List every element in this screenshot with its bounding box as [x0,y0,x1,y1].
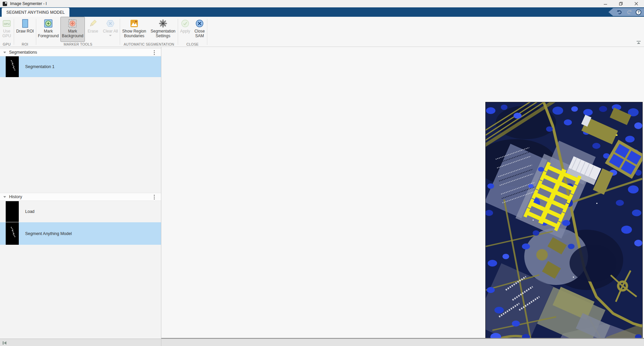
history-title: History [9,194,22,199]
skip-to-start-icon [2,341,7,345]
ribbon-toolstrip: GPU Use GPU GPU Draw ROI ROI [0,17,644,47]
ribbon-tab-band: SEGMENT ANYTHING MODEL ? [0,7,644,17]
gear-icon [159,19,167,28]
close-sam-button[interactable]: Close SAM [192,17,207,42]
redo-button[interactable] [626,9,633,15]
gpu-icon: GPU [2,19,11,28]
collapse-ribbon-icon [636,41,641,44]
group-label-marker-tools: MARKER TOOLS [36,42,120,46]
window-title: Image Segmenter - I [10,1,47,6]
mark-background-icon [68,19,77,28]
close-button[interactable] [629,0,644,7]
ribbon-group-gpu: GPU Use GPU GPU [0,17,13,47]
show-region-boundaries-button[interactable]: Show Region Boundaries [120,17,148,42]
clear-all-dropdown-caret[interactable] [109,35,112,36]
mark-background-button[interactable]: Mark Background [60,17,85,42]
minimize-button[interactable] [598,0,613,7]
load-thumbnail [6,201,19,222]
mark-foreground-button[interactable]: Mark Foreground [36,17,60,42]
clear-all-button[interactable]: Clear All [101,17,120,42]
history-item-load[interactable]: Load [0,201,161,222]
history-item-segment-anything-model[interactable]: Segment Anything Model [0,222,161,245]
roi-rectangle-icon [21,19,30,28]
apply-button[interactable]: Apply [178,17,192,42]
app-icon [3,2,7,6]
undo-icon [616,9,623,15]
aerial-image[interactable] [485,102,643,346]
collapse-panel-button[interactable] [2,340,7,346]
image-display-area [161,47,644,338]
image-segmenter-window: Image Segmenter - I SEGMENT ANYTHING MOD… [0,0,644,346]
segment-anything-model-thumbnail [6,222,19,245]
use-gpu-button[interactable]: GPU Use GPU [0,17,13,42]
clear-all-icon [106,19,115,28]
collapse-caret-icon[interactable] [3,196,6,198]
mark-foreground-icon [44,19,53,28]
segmentation-1-item[interactable]: Segmentation 1 [0,56,161,77]
ribbon-group-roi: Draw ROI ROI [14,17,36,47]
collapse-caret-icon[interactable] [3,52,6,53]
close-icon [634,2,638,6]
segmentation-1-label: Segmentation 1 [25,64,55,69]
erase-pencil-icon [89,19,97,28]
history-load-label: Load [25,209,35,214]
group-label-roi: ROI [14,42,36,46]
title-bar: Image Segmenter - I [0,0,644,7]
help-button[interactable]: ? [636,9,641,15]
segmentations-section-header[interactable]: Segmentations [0,48,161,56]
group-label-gpu: GPU [0,42,13,46]
ribbon-group-close: Apply Close SAM CLOSE [178,17,207,47]
collapse-ribbon-button[interactable] [636,40,641,46]
draw-roi-button[interactable]: Draw ROI [14,17,36,42]
close-sam-icon [195,19,204,28]
minimize-icon [603,2,607,6]
history-menu-icon[interactable] [154,194,155,201]
bottom-status-bar [0,339,644,346]
restore-icon [619,2,623,6]
redo-icon [626,9,632,15]
ribbon-group-automatic-segmentation: Show Region Boundaries [120,17,178,47]
history-sam-label: Segment Anything Model [25,231,72,236]
erase-button[interactable]: Erase [85,17,101,42]
group-separator [207,19,207,45]
segmentation-settings-button[interactable]: Segmentation Settings [148,17,178,42]
segmentation-1-thumbnail [6,56,19,77]
quick-access-toolbar: ? [608,8,644,16]
svg-text:GPU: GPU [4,22,10,25]
undo-button[interactable] [616,9,623,15]
bottom-bar-divider [161,339,161,346]
ribbon-group-marker-tools: Mark Foreground Mark Background [36,17,120,47]
apply-check-icon [181,19,190,28]
group-label-automatic-segmentation: AUTOMATIC SEGMENTATION [120,42,178,46]
group-label-close: CLOSE [178,42,207,46]
history-section-header[interactable]: History [0,193,161,201]
segmentations-title: Segmentations [9,50,37,55]
segmentations-menu-icon[interactable] [154,50,155,57]
show-region-boundaries-icon [130,19,139,28]
tab-segment-anything-model[interactable]: SEGMENT ANYTHING MODEL [2,8,69,17]
aerial-false-color-image [486,102,642,346]
browser-panel: Segmentations Segmentation 1 History [0,47,161,339]
restore-button[interactable] [613,0,629,7]
